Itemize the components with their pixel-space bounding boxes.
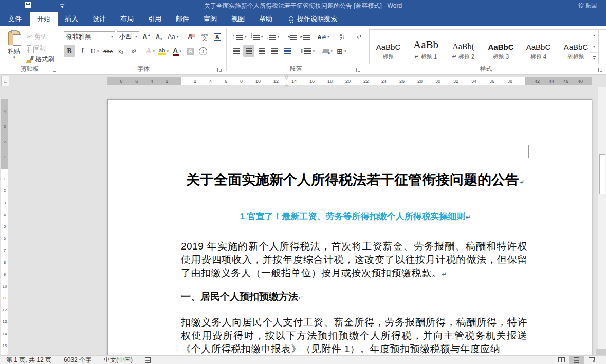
line-spacing-button[interactable]: ⇕▼ [299, 45, 316, 57]
tab-layout[interactable]: 布局 [113, 12, 141, 26]
scissors-icon: ✂ [27, 33, 32, 41]
phonetic-guide-button[interactable]: wén文 [199, 31, 210, 43]
align-center-button[interactable] [243, 45, 254, 57]
increase-indent-button[interactable]: ▸ [300, 31, 311, 43]
character-shading-button[interactable]: A [185, 45, 196, 57]
ruler-number: 6 [4, 236, 6, 241]
cut-button[interactable]: ✂ 剪切 [26, 31, 55, 42]
character-border-icon: A [214, 33, 221, 41]
subscript-button[interactable]: x₂ [115, 45, 126, 57]
ruler-number: 4 [209, 79, 212, 84]
paste-button[interactable]: 粘贴 ▼ [3, 30, 25, 70]
tab-file[interactable]: 文件 [0, 12, 30, 26]
language-status[interactable]: 中文(中国) [98, 356, 139, 364]
proofing-status[interactable] [139, 356, 157, 364]
underline-button[interactable]: U▼ [89, 45, 101, 57]
print-layout-icon [574, 357, 579, 363]
dialog-launcher-clipboard[interactable] [52, 68, 57, 72]
ruler-number: 1 [4, 177, 6, 181]
read-mode-button[interactable] [554, 356, 569, 364]
font-name-select[interactable]: 微软雅黑▼ [64, 31, 115, 42]
scrollbar-thumb[interactable] [599, 154, 605, 194]
style-card-heading3[interactable]: AaBbC 标题 3 [482, 30, 520, 64]
ruler-number: 14 [291, 79, 297, 84]
user-account[interactable]: 徐 振国 [578, 2, 597, 9]
tab-view[interactable]: 视图 [224, 12, 252, 26]
distribute-button[interactable] [282, 45, 293, 57]
ruler-number: 4 [4, 213, 6, 217]
tab-help[interactable]: 帮助 [252, 12, 280, 26]
strikethrough-button[interactable]: abc [102, 45, 114, 57]
superscript-button[interactable]: x² [128, 45, 139, 57]
highlighter-icon: ab [159, 47, 165, 55]
dialog-launcher-font[interactable] [217, 68, 222, 72]
bullets-button[interactable]: ⋮▼ [230, 31, 248, 43]
first-line-indent-marker[interactable]: ▽ [285, 75, 288, 80]
vertical-scrollbar[interactable] [598, 87, 606, 355]
styles-more-button[interactable]: ▼ [590, 53, 598, 64]
tab-review[interactable]: 审阅 [196, 12, 224, 26]
dialog-launcher-paragraph[interactable] [356, 68, 361, 72]
enclose-characters-button[interactable]: 字 [197, 45, 209, 57]
page-number-status[interactable]: 第 1 页, 共 12 页 [0, 356, 58, 364]
borders-button[interactable]: ⊞▼ [336, 45, 348, 57]
paragraph-mark-icon: ↵ [357, 33, 362, 41]
tab-selector[interactable]: ∟ [1, 76, 9, 86]
ruler-number: 12 [273, 79, 279, 84]
align-left-button[interactable] [230, 45, 242, 57]
print-layout-button[interactable] [569, 356, 584, 364]
asian-layout-button[interactable]: A⇄▼ [317, 31, 331, 43]
document-page[interactable]: 关于全面实施新个人所得税法若干征管衔接问题的公告↵ 1 官宣了！最新工资、劳务等… [107, 99, 592, 355]
font-size-select[interactable]: 小四▼ [117, 31, 139, 42]
format-painter-button[interactable]: 格式刷 [26, 53, 55, 65]
ruler-number: 4 [151, 79, 153, 84]
copy-button[interactable]: 复制 [26, 42, 55, 53]
ruler-number: 20 [345, 79, 351, 84]
decrease-indent-button[interactable]: ◂ [287, 31, 298, 43]
paragraph-mark: ↵ [519, 179, 524, 186]
clear-formatting-button[interactable]: A [186, 31, 197, 43]
margin-mark-right [528, 145, 542, 158]
grow-font-button[interactable]: A▲ [141, 31, 152, 43]
character-border-button[interactable]: A [212, 31, 223, 43]
tab-insert[interactable]: 插入 [58, 12, 85, 26]
word-count-status[interactable]: 6032 个字 [58, 356, 98, 364]
paragraph-mark: ↵ [442, 271, 447, 278]
style-card-subtitle[interactable]: AaBbC 副标题 [557, 30, 595, 64]
numbering-button[interactable]: 1 2 3▼ [250, 31, 265, 43]
style-card-title[interactable]: AaBbC 标题 [370, 30, 407, 64]
shading-button[interactable]: ▼ [322, 45, 334, 57]
tab-design[interactable]: 设计 [85, 12, 113, 26]
style-card-heading2[interactable]: AaBb( ↵ 标题 2 [445, 30, 482, 64]
tab-references[interactable]: 引用 [141, 12, 169, 26]
web-layout-button[interactable] [584, 356, 599, 364]
styles-scroll-up-button[interactable]: ▲ [590, 30, 598, 41]
font-color-button[interactable]: A▼ [172, 45, 183, 57]
highlight-color-button[interactable]: ab▼ [158, 45, 170, 57]
dialog-launcher-styles[interactable] [598, 68, 603, 72]
align-right-button[interactable] [256, 45, 267, 57]
ruler-number: 8 [120, 79, 123, 84]
style-card-heading1[interactable]: AaBb ↵ 标题 1 [407, 30, 445, 64]
tab-mailings[interactable]: 邮件 [169, 12, 196, 26]
change-case-button[interactable]: Aa▼ [167, 31, 180, 43]
text-effects-button[interactable]: A▼ [145, 45, 156, 57]
bold-button[interactable]: B [64, 45, 75, 57]
group-paragraph: ⋮▼ 1 2 3▼ ⁚▼ ◂ ▸ A⇄▼ A Z↓ ↵ ⇕▼ ▼ ⊞▼ 段落 [228, 26, 364, 75]
tab-home[interactable]: 开始 [30, 12, 58, 26]
multilevel-list-button[interactable]: ⁚▼ [266, 31, 281, 43]
tell-me-search[interactable]: 操作说明搜索 [289, 12, 337, 26]
group-clipboard: 粘贴 ▼ ✂ 剪切 复制 格式刷 剪贴板 [0, 26, 60, 75]
sort-icon: A Z↓ [340, 33, 345, 41]
shrink-font-button[interactable]: A▼ [154, 31, 165, 43]
style-card-heading4[interactable]: AaBbC 标题 4 [520, 30, 557, 64]
group-label-clipboard: 剪贴板 [0, 65, 60, 73]
styles-scroll-down-button[interactable]: ▼ [590, 41, 598, 52]
ruler-number: 34 [471, 79, 476, 84]
justify-button[interactable] [269, 45, 280, 57]
sort-button[interactable]: A Z↓ [337, 31, 348, 43]
italic-button[interactable]: I [77, 45, 88, 57]
show-hide-marks-button[interactable]: ↵ [354, 31, 365, 43]
ruler-number: 12 [3, 308, 7, 312]
group-styles: AaBbC 标题 AaBb ↵ 标题 1 AaBb( ↵ 标题 2 AaBbC … [366, 26, 606, 75]
